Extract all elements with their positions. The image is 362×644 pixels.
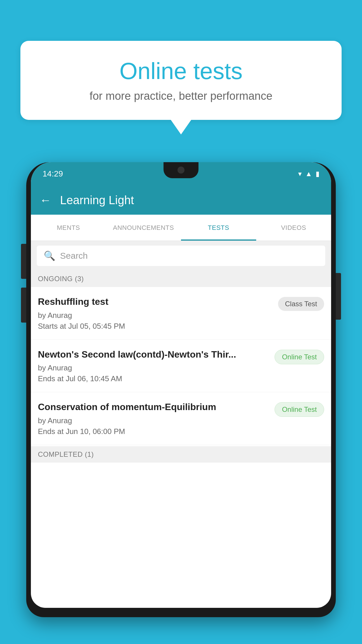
test-item-1[interactable]: Reshuffling test by Anurag Starts at Jul… — [31, 287, 331, 340]
test-name-3: Conservation of momentum-Equilibrium — [38, 401, 270, 413]
ongoing-section-header: ONGOING (3) — [31, 271, 331, 287]
notch — [164, 162, 198, 178]
battery-icon: ▮ — [316, 170, 319, 178]
bubble-arrow — [171, 120, 191, 134]
test-name-1: Reshuffling test — [38, 296, 273, 308]
completed-section-header: COMPLETED (1) — [31, 446, 331, 463]
test-item-3[interactable]: Conservation of momentum-Equilibrium by … — [31, 392, 331, 445]
wifi-icon: ▾ — [298, 170, 302, 178]
test-name-2: Newton's Second law(contd)-Newton's Thir… — [38, 349, 270, 361]
search-bar[interactable]: 🔍 Search — [37, 246, 325, 266]
app-title: Learning Light — [60, 194, 134, 207]
status-time: 14:29 — [43, 169, 63, 178]
tab-tests[interactable]: TESTS — [181, 215, 256, 241]
status-icons: ▾ ▲ ▮ — [298, 170, 319, 178]
phone-screen: 14:29 ▾ ▲ ▮ ← Learning Light MENTS ANNOU… — [31, 162, 331, 608]
speech-bubble: Online tests for more practice, better p… — [20, 41, 342, 120]
app-header: ← Learning Light — [31, 186, 331, 215]
search-placeholder: Search — [60, 251, 88, 261]
test-badge-1: Class Test — [278, 297, 324, 311]
search-container: 🔍 Search — [31, 241, 331, 271]
test-info-1: Reshuffling test by Anurag Starts at Jul… — [38, 296, 273, 331]
status-bar: 14:29 ▾ ▲ ▮ — [31, 162, 331, 186]
test-info-3: Conservation of momentum-Equilibrium by … — [38, 401, 270, 436]
test-author-2: by Anurag — [38, 363, 270, 372]
volume-down-button[interactable] — [21, 288, 26, 323]
bubble-subtitle: for more practice, better performance — [44, 90, 318, 102]
search-icon: 🔍 — [44, 250, 55, 261]
test-author-3: by Anurag — [38, 416, 270, 425]
test-badge-2: Online Test — [275, 350, 324, 364]
test-info-2: Newton's Second law(contd)-Newton's Thir… — [38, 349, 270, 384]
test-time-1: Starts at Jul 05, 05:45 PM — [38, 322, 273, 331]
test-list: Reshuffling test by Anurag Starts at Jul… — [31, 287, 331, 445]
camera — [178, 167, 184, 174]
signal-icon: ▲ — [305, 170, 312, 178]
tab-ments[interactable]: MENTS — [31, 215, 106, 241]
test-item-2[interactable]: Newton's Second law(contd)-Newton's Thir… — [31, 340, 331, 393]
test-time-2: Ends at Jul 06, 10:45 AM — [38, 374, 270, 383]
tab-announcements[interactable]: ANNOUNCEMENTS — [106, 215, 181, 241]
phone-frame: 14:29 ▾ ▲ ▮ ← Learning Light MENTS ANNOU… — [26, 162, 336, 617]
test-time-3: Ends at Jun 10, 06:00 PM — [38, 427, 270, 436]
bubble-title: Online tests — [44, 58, 318, 84]
tab-videos[interactable]: VIDEOS — [256, 215, 331, 241]
test-author-1: by Anurag — [38, 311, 273, 320]
back-button[interactable]: ← — [40, 194, 51, 207]
phone-container: 14:29 ▾ ▲ ▮ ← Learning Light MENTS ANNOU… — [26, 158, 336, 644]
volume-up-button[interactable] — [21, 256, 26, 279]
test-badge-3: Online Test — [275, 402, 324, 417]
speech-bubble-area: Online tests for more practice, better p… — [20, 41, 342, 134]
tabs-container: MENTS ANNOUNCEMENTS TESTS VIDEOS — [31, 215, 331, 241]
